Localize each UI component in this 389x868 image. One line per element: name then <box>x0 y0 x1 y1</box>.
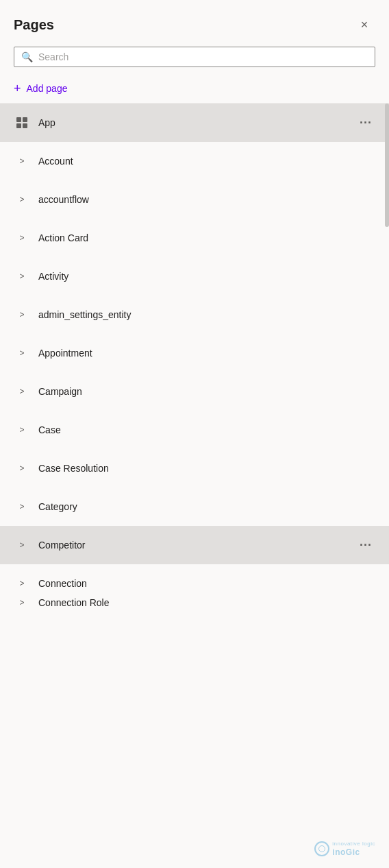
list-item-appointment[interactable]: > Appointment <box>0 334 389 372</box>
search-icon: 🔍 <box>21 51 33 62</box>
item-label-action-card: Action Card <box>38 232 375 243</box>
chevron-icon-admin-settings: > <box>14 310 30 320</box>
chevron-icon-category: > <box>14 502 30 511</box>
close-button[interactable]: × <box>353 14 375 36</box>
pages-list: App ··· > Account > accountflow > Action… <box>0 104 389 868</box>
scrollbar-track <box>385 104 389 868</box>
logo-circle-icon <box>314 841 329 856</box>
chevron-icon-case-resolution: > <box>14 463 30 473</box>
logo-bottom-text: inoGic <box>332 847 375 857</box>
item-label-campaign: Campaign <box>38 386 375 397</box>
list-item-case[interactable]: > Case <box>0 411 389 449</box>
item-more-app[interactable]: ··· <box>356 113 375 132</box>
list-item-account[interactable]: > Account <box>0 142 389 180</box>
pages-panel: Pages × 🔍 + Add page App ··· > <box>0 0 389 868</box>
item-label-category: Category <box>38 501 375 512</box>
chevron-icon-campaign: > <box>14 387 30 396</box>
logo-top-text: innovative logic <box>332 841 375 847</box>
item-label-connection-role: Connection Role <box>38 597 375 608</box>
panel-title: Pages <box>14 17 54 33</box>
scrollbar-thumb[interactable] <box>385 104 389 227</box>
search-box: 🔍 <box>14 47 375 67</box>
list-item-activity[interactable]: > Activity <box>0 257 389 296</box>
chevron-icon-appointment: > <box>14 348 30 358</box>
panel-header: Pages × <box>0 0 389 47</box>
logo-text: innovative logic inoGic <box>332 841 375 857</box>
list-item-accountflow[interactable]: > accountflow <box>0 180 389 219</box>
list-item-category[interactable]: > Category <box>0 487 389 526</box>
chevron-icon-action-card: > <box>14 233 30 243</box>
chevron-icon-competitor: > <box>14 540 30 550</box>
list-item-app[interactable]: App ··· <box>0 104 389 142</box>
chevron-icon-connection: > <box>14 579 30 588</box>
item-more-competitor[interactable]: ··· <box>356 535 375 555</box>
list-item-admin-settings[interactable]: > admin_settings_entity <box>0 296 389 334</box>
item-label-app: App <box>38 117 356 128</box>
chevron-icon-account: > <box>14 156 30 166</box>
list-item-campaign[interactable]: > Campaign <box>0 372 389 411</box>
item-label-case-resolution: Case Resolution <box>38 463 375 474</box>
item-label-accountflow: accountflow <box>38 194 375 205</box>
add-page-button[interactable]: + Add page <box>0 77 389 103</box>
search-container: 🔍 <box>0 47 389 77</box>
chevron-icon-case: > <box>14 425 30 435</box>
item-label-connection: Connection <box>38 578 375 589</box>
list-item-connection-role[interactable]: > Connection Role <box>0 603 389 644</box>
footer-logo: innovative logic inoGic <box>314 841 375 857</box>
chevron-icon-activity: > <box>14 272 30 281</box>
item-label-activity: Activity <box>38 271 375 282</box>
add-page-label: Add page <box>27 83 68 94</box>
item-label-appointment: Appointment <box>38 348 375 359</box>
add-icon: + <box>14 82 21 95</box>
item-label-account: Account <box>38 156 375 167</box>
list-item-case-resolution[interactable]: > Case Resolution <box>0 449 389 487</box>
app-grid-icon <box>14 117 30 128</box>
item-label-case: Case <box>38 424 375 435</box>
chevron-icon-connection-role: > <box>14 598 30 607</box>
item-label-competitor: Competitor <box>38 540 356 551</box>
list-item-action-card[interactable]: > Action Card <box>0 219 389 257</box>
chevron-icon-accountflow: > <box>14 195 30 204</box>
item-label-admin-settings: admin_settings_entity <box>38 309 375 320</box>
list-item-competitor[interactable]: > Competitor ··· <box>0 526 389 564</box>
search-input[interactable] <box>38 51 368 62</box>
logo-inner-icon <box>318 845 325 852</box>
